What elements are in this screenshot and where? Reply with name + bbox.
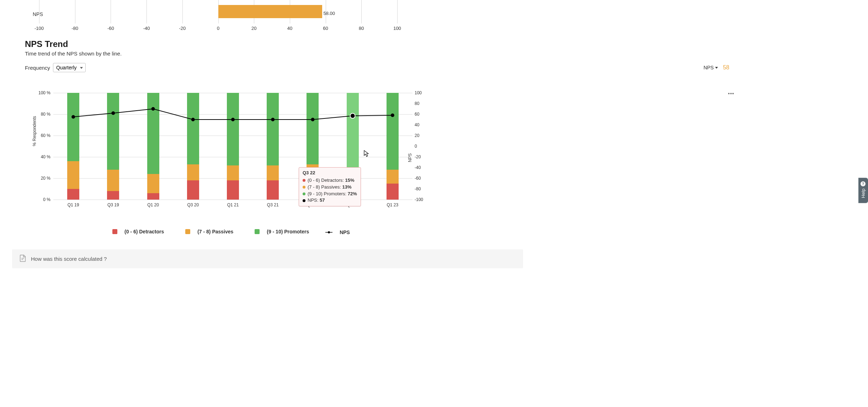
- svg-point-1: [111, 111, 115, 115]
- chart-legend: (0 - 6) Detractors (7 - 8) Passives (9 -…: [25, 229, 437, 235]
- note-icon: [19, 254, 27, 263]
- nps-top-bar: [218, 5, 322, 18]
- right-tick: 40: [415, 122, 427, 127]
- frequency-select-wrap: Quarterly: [53, 63, 86, 72]
- svg-point-2: [151, 107, 155, 111]
- right-tick: 0: [415, 144, 427, 149]
- left-axis-title: % Respondents: [32, 116, 37, 146]
- svg-point-6: [311, 118, 314, 121]
- left-tick: 80 %: [38, 112, 50, 117]
- right-tick: 60: [415, 112, 427, 117]
- chart-tooltip: Q3 22 (0 - 6) Detractors: 15% (7 - 8) Pa…: [299, 167, 361, 206]
- frequency-select[interactable]: Quarterly: [53, 63, 86, 72]
- nps-top-tick: 80: [359, 26, 364, 31]
- right-tick: 20: [415, 133, 427, 138]
- nps-top-tick: 0: [217, 26, 219, 31]
- category-label: Q1 23: [387, 202, 399, 207]
- right-tick: -20: [415, 154, 427, 159]
- tooltip-title: Q3 22: [303, 170, 357, 176]
- help-icon: ?: [861, 181, 866, 186]
- controls-row: Frequency Quarterly NPS 58: [25, 63, 843, 72]
- svg-point-3: [191, 118, 195, 121]
- category-label: Q1 20: [147, 202, 159, 207]
- nps-metric-label: NPS: [703, 65, 714, 70]
- legend-nps[interactable]: NPS: [325, 229, 355, 235]
- chart-menu-icon[interactable]: •••: [728, 91, 734, 96]
- svg-point-4: [231, 118, 235, 121]
- svg-point-5: [271, 118, 275, 121]
- nps-top-chart: NPS -100-80-60-40-2002040608010058.00: [25, 0, 843, 33]
- nps-top-tick: 100: [393, 26, 401, 31]
- category-label: Q1 19: [68, 202, 79, 207]
- nps-top-plot: -100-80-60-40-2002040608010058.00: [39, 0, 397, 33]
- svg-point-8: [391, 113, 394, 117]
- section-title: NPS Trend: [25, 39, 843, 49]
- nps-top-tick: 40: [287, 26, 292, 31]
- nps-top-tick: -20: [179, 26, 186, 31]
- right-tick: -80: [415, 186, 427, 191]
- legend-detractors[interactable]: (0 - 6) Detractors: [107, 229, 169, 234]
- tooltip-dot-detractors: [303, 179, 305, 182]
- tooltip-dot-promoters: [303, 192, 305, 195]
- nps-current-value: 58: [723, 64, 729, 71]
- category-label: Q3 20: [187, 202, 199, 207]
- nps-top-tick: -60: [107, 26, 114, 31]
- nps-top-tick: -100: [34, 26, 44, 31]
- tooltip-dot-passives: [303, 186, 305, 189]
- help-side-tab[interactable]: Help ?: [858, 178, 868, 203]
- right-tick: -100: [415, 197, 427, 202]
- left-tick: 0 %: [38, 197, 50, 202]
- nps-top-value-label: 58.00: [324, 11, 335, 16]
- left-tick: 100 %: [38, 90, 50, 95]
- footer-text: How was this score calculated ?: [31, 256, 107, 262]
- nps-metric-dropdown[interactable]: NPS: [703, 65, 718, 70]
- category-label: Q3 21: [267, 202, 279, 207]
- nps-trend-chart: ••• % Respondents NPS 0 %20 %40 %60 %80 …: [25, 82, 843, 235]
- section-subtitle: Time trend of the NPS shown by the line.: [25, 51, 843, 57]
- right-tick: -60: [415, 176, 427, 181]
- nps-top-tick: 60: [323, 26, 328, 31]
- svg-point-10: [328, 231, 330, 233]
- left-tick: 40 %: [38, 154, 50, 159]
- right-tick: 100: [415, 90, 427, 95]
- legend-passives[interactable]: (7 - 8) Passives: [180, 229, 238, 234]
- frequency-label: Frequency: [25, 65, 50, 71]
- footer-info-card[interactable]: How was this score calculated ?: [12, 249, 523, 268]
- left-tick: 20 %: [38, 176, 50, 181]
- nps-top-tick: -80: [71, 26, 78, 31]
- left-tick: 60 %: [38, 133, 50, 138]
- legend-promoters[interactable]: (9 - 10) Promoters: [250, 229, 314, 234]
- svg-point-0: [71, 115, 75, 119]
- category-label: Q3 19: [107, 202, 119, 207]
- tooltip-dot-nps: [303, 199, 305, 202]
- category-label: Q1 21: [227, 202, 239, 207]
- svg-point-7: [350, 113, 355, 118]
- right-tick: -40: [415, 165, 427, 170]
- nps-top-tick: -40: [143, 26, 150, 31]
- nps-top-tick: 20: [251, 26, 256, 31]
- right-tick: 80: [415, 101, 427, 106]
